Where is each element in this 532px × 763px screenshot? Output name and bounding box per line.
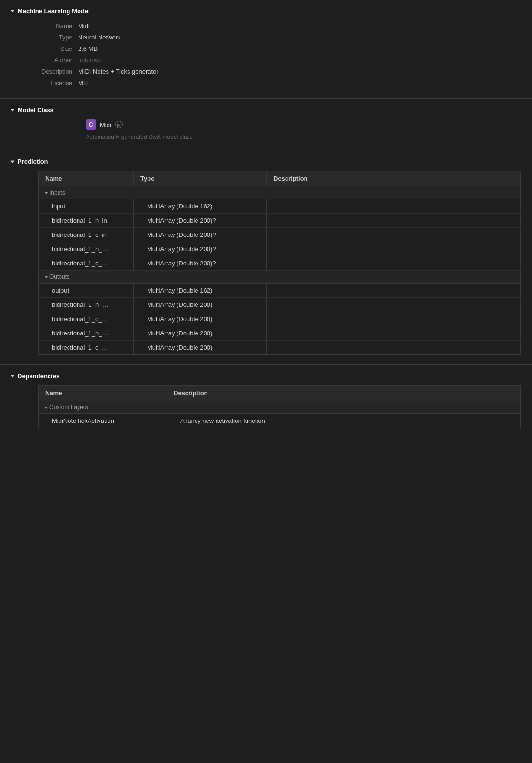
table-cell: bidirectional_1_c_in	[39, 228, 134, 242]
table-cell: bidirectional_1_h_in	[39, 214, 134, 228]
table-cell: MultiArray (Double 200)	[134, 341, 267, 355]
table-cell: bidirectional_1_c_…	[39, 312, 134, 326]
field-row: NameMidi	[11, 20, 521, 32]
table-cell	[267, 228, 521, 242]
collapse-triangle-prediction[interactable]	[11, 160, 15, 163]
table-cell: MultiArray (Double 200)	[134, 298, 267, 312]
field-value: 2.6 MB	[78, 45, 98, 52]
class-row: C Midi ▶	[86, 119, 123, 130]
group-label: Outputs	[39, 271, 521, 284]
prediction-title: Prediction	[18, 158, 48, 165]
table-cell	[267, 284, 521, 298]
group-triangle-icon[interactable]	[45, 192, 48, 194]
table-header: Description	[167, 386, 521, 401]
collapse-triangle-class[interactable]	[11, 109, 15, 111]
group-label: Custom Layers	[39, 401, 521, 414]
model-fields: NameMidiTypeNeural NetworkSize2.6 MBAuth…	[0, 20, 532, 89]
table-cell: MultiArray (Double 200)?	[134, 256, 267, 271]
table-cell: MultiArray (Double 200)	[134, 312, 267, 326]
table-row: outputMultiArray (Double 162)	[39, 284, 521, 298]
group-triangle-icon[interactable]	[45, 407, 48, 409]
table-row: bidirectional_1_h_…MultiArray (Double 20…	[39, 242, 521, 256]
field-row: TypeNeural Network	[11, 32, 521, 43]
table-row: bidirectional_1_h_…MultiArray (Double 20…	[39, 298, 521, 312]
section-header-ml-model: Machine Learning Model	[0, 8, 532, 20]
field-row: Size2.6 MB	[11, 43, 521, 55]
group-row: Outputs	[39, 271, 521, 284]
ml-model-title: Machine Learning Model	[18, 8, 90, 15]
table-header: Name	[39, 171, 134, 186]
collapse-triangle-ml[interactable]	[11, 10, 15, 12]
group-row: Custom Layers	[39, 401, 521, 414]
table-cell: MidiNoteTickActivation	[39, 414, 167, 428]
class-name: Midi	[100, 121, 111, 128]
model-class-content: C Midi ▶ Automatically generated Swift m…	[0, 119, 532, 140]
table-row: bidirectional_1_c_…MultiArray (Double 20…	[39, 256, 521, 271]
table-cell: bidirectional_1_c_…	[39, 341, 134, 355]
section-header-model-class: Model Class	[0, 107, 532, 119]
table-cell	[267, 214, 521, 228]
machine-learning-model-section: Machine Learning Model NameMidiTypeNeura…	[0, 0, 532, 99]
model-class-title: Model Class	[18, 107, 54, 114]
field-value: MIT	[78, 79, 89, 87]
table-cell: MultiArray (Double 200)?	[134, 228, 267, 242]
table-cell: A fancy new activation function.	[167, 414, 521, 428]
field-row: Authorunknown	[11, 55, 521, 66]
table-header: Description	[267, 171, 521, 186]
field-label: Author	[11, 57, 78, 64]
collapse-triangle-dependencies[interactable]	[11, 375, 15, 377]
table-cell: MultiArray (Double 162)	[134, 284, 267, 298]
dependencies-table: NameDescriptionCustom LayersMidiNoteTick…	[38, 385, 521, 428]
group-triangle-icon[interactable]	[45, 276, 48, 278]
group-label: Inputs	[39, 186, 521, 199]
field-value: MIDI Notes + Ticks generator	[78, 68, 158, 75]
table-cell: output	[39, 284, 134, 298]
field-row: LicenseMIT	[11, 78, 521, 89]
section-header-dependencies: Dependencies	[0, 372, 532, 385]
table-cell	[267, 341, 521, 355]
table-cell	[267, 242, 521, 256]
table-cell	[267, 312, 521, 326]
table-cell: bidirectional_1_c_…	[39, 256, 134, 271]
model-class-section: Model Class C Midi ▶ Automatically gener…	[0, 99, 532, 150]
table-cell	[267, 256, 521, 271]
section-header-prediction: Prediction	[0, 158, 532, 171]
table-cell: input	[39, 199, 134, 214]
group-row: Inputs	[39, 186, 521, 199]
table-cell: MultiArray (Double 200)	[134, 326, 267, 341]
table-cell: bidirectional_1_h_…	[39, 326, 134, 341]
table-row: MidiNoteTickActivationA fancy new activa…	[39, 414, 521, 428]
prediction-table-container: NameTypeDescriptionInputsinputMultiArray…	[38, 171, 521, 355]
table-cell	[267, 326, 521, 341]
field-row: DescriptionMIDI Notes + Ticks generator	[11, 66, 521, 78]
table-cell: MultiArray (Double 200)?	[134, 214, 267, 228]
table-header: Type	[134, 171, 267, 186]
field-label: Size	[11, 45, 78, 52]
field-label: Type	[11, 34, 78, 41]
table-row: bidirectional_1_h_…MultiArray (Double 20…	[39, 326, 521, 341]
table-cell	[267, 298, 521, 312]
table-cell	[267, 199, 521, 214]
prediction-table: NameTypeDescriptionInputsinputMultiArray…	[38, 171, 521, 355]
table-row: bidirectional_1_c_…MultiArray (Double 20…	[39, 341, 521, 355]
class-subtitle: Automatically generated Swift model clas…	[86, 134, 193, 140]
field-label: Description	[11, 68, 78, 75]
table-row: bidirectional_1_c_inMultiArray (Double 2…	[39, 228, 521, 242]
table-header: Name	[39, 386, 167, 401]
table-row: bidirectional_1_c_…MultiArray (Double 20…	[39, 312, 521, 326]
field-label: License	[11, 79, 78, 87]
table-row: inputMultiArray (Double 162)	[39, 199, 521, 214]
dependencies-title: Dependencies	[18, 372, 59, 380]
dependencies-table-container: NameDescriptionCustom LayersMidiNoteTick…	[38, 385, 521, 428]
class-badge: C	[86, 119, 96, 130]
table-row: bidirectional_1_h_inMultiArray (Double 2…	[39, 214, 521, 228]
table-cell: MultiArray (Double 200)?	[134, 242, 267, 256]
table-cell: bidirectional_1_h_…	[39, 242, 134, 256]
table-cell: bidirectional_1_h_…	[39, 298, 134, 312]
field-value: Neural Network	[78, 34, 121, 41]
field-value: Midi	[78, 22, 89, 29]
field-label: Name	[11, 22, 78, 29]
table-cell: MultiArray (Double 162)	[134, 199, 267, 214]
class-navigate-icon[interactable]: ▶	[115, 121, 123, 128]
prediction-section: Prediction NameTypeDescriptionInputsinpu…	[0, 150, 532, 365]
